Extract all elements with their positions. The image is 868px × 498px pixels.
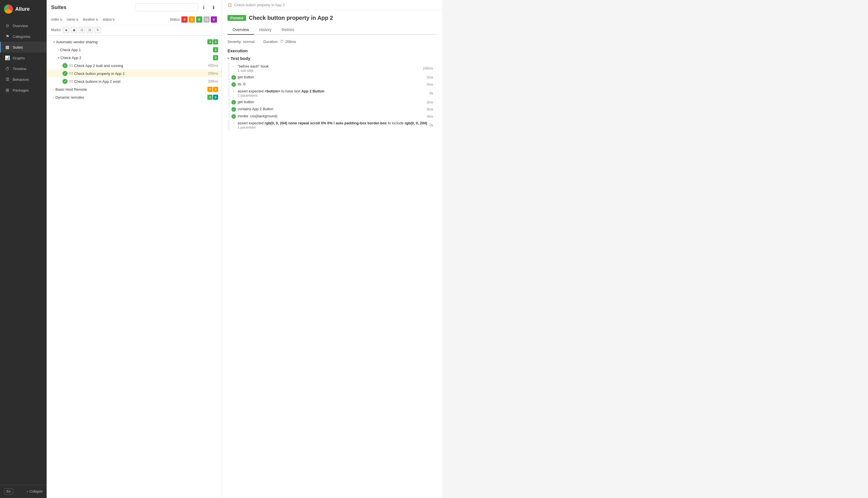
test-status-icon: ✓ — [63, 71, 68, 76]
packages-icon: ⊞ — [5, 88, 10, 93]
collapse-label: Collapse — [29, 489, 43, 494]
check-icon: ✓ — [231, 100, 236, 105]
tab-history[interactable]: History — [254, 25, 277, 35]
step-sub: 2 parameters — [238, 94, 427, 97]
language-button[interactable]: En — [4, 488, 13, 495]
step-text: get button — [238, 100, 424, 104]
suites-panel: Suites ℹ ⬇ order ⇅ name ⇅ — [46, 0, 222, 498]
execution-title: Execution — [227, 48, 437, 53]
passed-badge: Passed — [227, 15, 246, 21]
sidebar-item-overview[interactable]: ⊙ Overview — [0, 20, 46, 31]
step-content: invoke .css(background) — [238, 114, 424, 118]
suites-header: Suites ℹ ⬇ order ⇅ name ⇅ — [46, 0, 222, 36]
test-row[interactable]: ✓ #1 Check App 2 built and running 405ms — [46, 62, 222, 69]
test-body-label: Test body — [230, 56, 250, 61]
step-row: ✓ invoke .css(background) 3ms — [229, 113, 437, 120]
check-icon: ✓ — [231, 114, 236, 119]
suite-row-check-app-1[interactable]: › Check App 1 3 — [46, 46, 222, 54]
test-number: #3 — [69, 71, 73, 76]
breadcrumb-text: Check button property in App 2 — [234, 3, 285, 7]
status-unknown-badge: 0 — [211, 16, 217, 23]
main-nav: ⊙ Overview ⚑ Categories ▦ Suites 📊 Graph… — [0, 18, 46, 485]
chevron-right-icon: › — [53, 88, 54, 91]
suite-badge: 3 — [213, 55, 218, 60]
step-content: assert expected rgb(0, 0, 204) none repe… — [238, 121, 427, 129]
test-body-toggle[interactable]: ▾ Test body — [227, 56, 437, 61]
detail-content: Passed Check button property in App 2 Ov… — [222, 10, 442, 498]
status-passed-badge: 8 — [196, 16, 202, 23]
sidebar-item-suites[interactable]: ▦ Suites — [0, 42, 46, 53]
check-icon: ✓ — [231, 75, 236, 80]
test-row[interactable]: ✓ #2 Check buttons in App 2 exist 309ms — [46, 77, 222, 86]
chevron-left-icon: ‹ — [27, 489, 28, 494]
mark-btn-4[interactable]: ↻ — [95, 27, 101, 33]
suite-row-check-app-2[interactable]: ▾ Check App 2 3 — [46, 54, 222, 62]
suite-badge-total: 3 — [213, 39, 218, 44]
name-filter[interactable]: name ⇅ — [67, 17, 78, 22]
sidebar-item-label: Overview — [13, 24, 28, 28]
sidebar-item-behaviors[interactable]: ☰ Behaviors — [0, 74, 46, 85]
order-filter[interactable]: order ⇅ — [51, 17, 62, 22]
test-name: Check button property in App 2 — [74, 71, 206, 76]
sidebar-item-graphs[interactable]: 📊 Graphs — [0, 53, 46, 63]
step-text: assert expected <button> to have text Ap… — [238, 89, 427, 93]
duration-filter[interactable]: duration ⇅ — [83, 17, 98, 22]
test-name: Check App 2 built and running — [74, 64, 206, 68]
suite-tree: ▾ Automatic vendor sharing 3 3 › Check A… — [46, 36, 222, 498]
search-input[interactable] — [136, 3, 198, 11]
suites-title: Suites — [51, 4, 66, 11]
download-icon[interactable]: ⬇ — [210, 4, 217, 11]
step-row: ✓ get button 3ms — [229, 74, 437, 81]
sidebar-item-timeline[interactable]: ⏱ Timeline — [0, 63, 46, 74]
mark-btn-2[interactable]: ⊡ — [79, 27, 85, 33]
check-icon: ✓ — [231, 107, 236, 112]
duration-sort-icon: ⇅ — [96, 18, 98, 21]
suite-label: Check App 2 — [61, 56, 212, 60]
mark-btn-0[interactable]: ◈ — [63, 27, 69, 33]
chevron-down-icon: ▾ — [227, 56, 229, 60]
list-item: › Dynamic remotes 3 6 — [46, 93, 222, 101]
step-text: contains App 2 Button — [238, 107, 424, 111]
test-body-section: ▾ Test body › "before each" hook 1 sub-s… — [227, 56, 437, 131]
step-sub: 1 parameter — [238, 126, 427, 129]
check-icon: ✓ — [231, 82, 236, 87]
step-content: its .0 — [238, 82, 424, 86]
order-sort-icon: ⇅ — [60, 18, 62, 21]
step-text: its .0 — [238, 82, 424, 86]
info-icon[interactable]: ℹ — [200, 4, 208, 11]
step-text: assert expected rgb(0, 0, 204) none repe… — [238, 121, 427, 125]
suite-row-basic-host-remote[interactable]: › Basic Host Remote 2 2 — [46, 86, 222, 93]
step-content: get button — [238, 100, 424, 104]
tab-retries[interactable]: Retries — [277, 25, 299, 35]
name-sort-icon: ⇅ — [76, 18, 78, 21]
detail-panel: 📋 Check button property in App 2 Passed … — [222, 0, 442, 498]
detail-title: Check button property in App 2 — [249, 15, 333, 21]
chevron-right-icon: › — [231, 89, 236, 94]
name-label: name — [67, 17, 75, 22]
marks-row: Marks: ◈ ◉ ⊡ ⊟ ↻ — [51, 25, 217, 35]
chevron-right-icon: › — [231, 121, 236, 126]
test-status-icon: ✓ — [63, 79, 68, 84]
breadcrumb: 📋 Check button property in App 2 — [222, 0, 442, 10]
step-duration: 2ms — [427, 100, 433, 104]
sidebar-item-categories[interactable]: ⚑ Categories — [0, 31, 46, 42]
test-row[interactable]: ✓ #3 Check button property in App 2 258m… — [46, 69, 222, 77]
step-duration: 3ms — [427, 107, 433, 112]
collapse-button[interactable]: ‹ Collapse — [27, 489, 43, 494]
suite-badge: 3 — [213, 47, 218, 52]
behaviors-icon: ☰ — [5, 77, 10, 82]
suite-row-automatic-vendor-sharing[interactable]: ▾ Automatic vendor sharing 3 3 — [46, 38, 222, 46]
severity-value: normal — [243, 40, 255, 44]
step-content: "before each" hook 1 sub-step — [238, 64, 421, 73]
overview-icon: ⊙ — [5, 23, 10, 28]
sidebar-item-packages[interactable]: ⊞ Packages — [0, 85, 46, 95]
mark-btn-1[interactable]: ◉ — [71, 27, 77, 33]
suite-row-dynamic-remotes[interactable]: › Dynamic remotes 3 6 — [46, 93, 222, 101]
app-logo[interactable]: Allure — [0, 0, 46, 18]
sidebar-item-label: Categories — [13, 35, 30, 39]
chevron-right-icon: › — [58, 48, 59, 51]
tab-overview[interactable]: Overview — [227, 25, 254, 35]
suite-label: Basic Host Remote — [55, 87, 206, 92]
mark-btn-3[interactable]: ⊟ — [87, 27, 93, 33]
status-filter[interactable]: status ⇅ — [103, 17, 115, 22]
